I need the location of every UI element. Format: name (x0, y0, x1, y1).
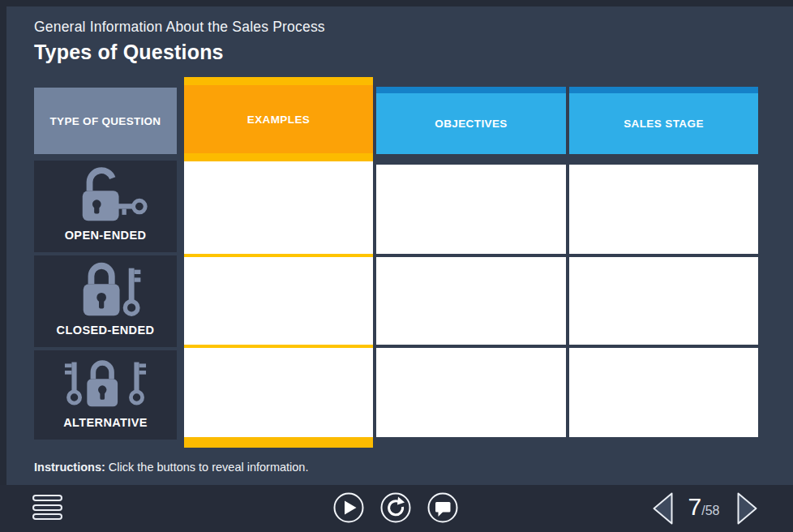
page-indicator: 7/58 (678, 493, 730, 521)
examples-header-underline (184, 153, 373, 161)
locked-padlock-with-two-keys-icon (34, 350, 177, 416)
next-button[interactable] (736, 491, 758, 529)
column-objectives: OBJECTIVES (376, 87, 566, 437)
play-icon (333, 492, 364, 523)
cell-sales-stage-open-ended (569, 165, 758, 254)
course-subtitle: General Information About the Sales Proc… (34, 19, 325, 36)
cell-objectives-alternative (376, 348, 566, 437)
cell-examples-closed-ended (184, 257, 373, 345)
unlocked-padlock-with-key-icon (34, 161, 177, 229)
locked-padlock-with-key-icon (34, 255, 177, 324)
table-corner-header: TYPE OF QUESTION (34, 88, 177, 154)
cell-sales-stage-alternative (569, 348, 758, 437)
column-header-examples[interactable]: EXAMPLES (184, 85, 373, 153)
left-edge-strip (0, 0, 6, 485)
hamburger-menu-icon (32, 513, 62, 520)
objectives-top-accent (376, 87, 566, 93)
replay-icon (380, 492, 411, 523)
row-label-closed-ended: CLOSED-ENDED (57, 324, 155, 337)
page-title: Types of Questions (34, 41, 224, 64)
sales-stage-top-accent (569, 87, 758, 93)
player-bar: 7/58 (0, 485, 793, 532)
instructions-body: Click the buttons to reveal information. (105, 461, 309, 474)
cell-examples-open-ended (184, 161, 373, 254)
replay-button[interactable] (380, 492, 411, 523)
column-gap (376, 154, 566, 165)
row-label-alternative: ALTERNATIVE (63, 416, 148, 429)
cell-examples-alternative (184, 348, 373, 437)
top-edge-strip (0, 0, 793, 6)
column-header-sales-stage[interactable]: SALES STAGE (569, 93, 758, 154)
next-arrow-icon (736, 491, 758, 526)
page-current: 7 (688, 493, 702, 520)
cell-objectives-closed-ended (376, 257, 566, 345)
column-examples: EXAMPLES (184, 77, 373, 448)
instructions-text: Instructions: Click the buttons to revea… (34, 461, 308, 474)
row-button-open-ended[interactable]: OPEN-ENDED (34, 161, 177, 252)
hamburger-menu-icon (32, 504, 62, 511)
row-button-closed-ended[interactable]: CLOSED-ENDED (34, 255, 177, 347)
cell-sales-stage-closed-ended (569, 257, 758, 345)
menu-button[interactable] (32, 495, 63, 523)
slide-stage: General Information About the Sales Proc… (0, 0, 793, 532)
comment-button[interactable] (427, 492, 458, 523)
examples-top-accent (184, 77, 373, 85)
examples-bottom-accent (184, 437, 373, 448)
previous-button[interactable] (652, 491, 674, 529)
previous-arrow-icon (652, 491, 674, 526)
column-sales-stage: SALES STAGE (569, 87, 758, 437)
comment-icon (427, 492, 458, 523)
row-button-alternative[interactable]: ALTERNATIVE (34, 350, 177, 440)
cell-objectives-open-ended (376, 165, 566, 254)
page-total: /58 (701, 504, 719, 517)
row-label-open-ended: OPEN-ENDED (65, 229, 147, 242)
column-gap (569, 154, 758, 165)
column-header-objectives[interactable]: OBJECTIVES (376, 93, 566, 154)
hamburger-menu-icon (32, 495, 62, 501)
instructions-label: Instructions: (34, 461, 105, 474)
play-button[interactable] (333, 492, 364, 523)
